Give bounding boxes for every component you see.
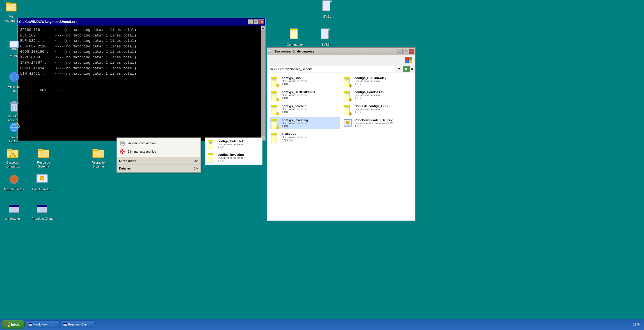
cmd-window[interactable]: C:\ C:\WINDOWS\system32\cmd.exe _ □ ✕ SP… bbox=[17, 18, 266, 141]
print-action[interactable]: Imprimir este archivo bbox=[117, 139, 200, 147]
taskbar-item-windowsyn[interactable]: windowsyn-... bbox=[26, 320, 60, 328]
start-button[interactable]: Inicio bbox=[1, 320, 25, 329]
file-item-configs-investing[interactable]: configs_Investing Documento de texto 1 K… bbox=[270, 117, 340, 129]
file-icon-configs-bc5 bbox=[271, 76, 280, 85]
cmd-scrollbar[interactable]: ▲ ▼ bbox=[261, 26, 265, 141]
file-item-configs-bloomberg[interactable]: configs_BLOOMBERG Documento de texto 1 K… bbox=[270, 89, 340, 101]
explorer-maximize-btn[interactable]: □ bbox=[403, 49, 408, 54]
otros-sitios-header[interactable]: Otros sitios ≫ bbox=[117, 157, 200, 164]
file-item-configs-bc5-intraday[interactable]: configs_BC5 intraday Documento de texto … bbox=[342, 75, 413, 87]
windowsyn-icon bbox=[7, 202, 21, 216]
svg-rect-79 bbox=[6, 3, 11, 4]
task-panel: Imprimir este archivo Eliminar este arch… bbox=[117, 138, 201, 173]
mis-sitios-label: Mis sitiosred... bbox=[8, 85, 20, 93]
desktop-icon-respaldo-1[interactable]: RespaldoSistema bbox=[32, 146, 55, 169]
ie-icon bbox=[7, 121, 21, 134]
desktop-icon-mis-sitios[interactable]: Mis sitiosred... bbox=[3, 70, 25, 93]
file-icon-copia-configs-bcs bbox=[343, 104, 352, 113]
print-icon bbox=[120, 140, 125, 146]
svg-rect-110 bbox=[7, 149, 12, 151]
svg-rect-95 bbox=[12, 48, 16, 49]
go-button-label: Ir bbox=[411, 67, 413, 71]
desktop-icon-ie[interactable]: Intern...Explo... bbox=[3, 121, 25, 143]
scroll-up-btn[interactable]: ▲ bbox=[261, 26, 265, 30]
file-item-pricedownloader[interactable]: PriceDownloader_Generic Secuencia de com… bbox=[342, 117, 413, 129]
file-item-configs-bc5[interactable]: configs_BC5 Documento de texto 1 KB bbox=[270, 75, 340, 87]
desktop-icon-pricedownloader-desktop[interactable]: PriceDonwlo... bbox=[31, 173, 53, 191]
mis-sitios-icon bbox=[7, 70, 21, 84]
desktop-icon-papelera[interactable]: Papele...recicla... bbox=[3, 100, 25, 122]
detalles-header[interactable]: Detalles ≫ bbox=[117, 165, 200, 172]
otros-sitios-section: Otros sitios ≫ bbox=[117, 157, 200, 165]
file-item-lastprices[interactable]: lastPrices Documento de texto 5792 KB bbox=[270, 131, 340, 143]
file-info-configs-bc5: configs_BC5 Documento de texto 1 KB bbox=[282, 76, 339, 86]
cmd-output: SP500 166 . <---(no matching data: 1 lin… bbox=[18, 26, 265, 141]
premium-icon bbox=[35, 202, 49, 216]
file-item-configs-bolchile[interactable]: configs_bolchile Documento de texto 1 KB bbox=[270, 103, 340, 115]
file-info-configs-investing: configs_Investing Documento de texto 1 K… bbox=[282, 118, 339, 128]
address-dropdown-btn[interactable]: ▼ bbox=[396, 66, 402, 72]
taskbar-item-premium[interactable]: Premium Client bbox=[61, 320, 94, 328]
otros-sitios-chevron: ≫ bbox=[194, 159, 198, 163]
mid-file-icon-2 bbox=[207, 153, 215, 163]
print-label: Imprimir este archivo bbox=[127, 141, 156, 145]
explorer-close-btn[interactable]: ✕ bbox=[409, 49, 414, 54]
svg-rect-118 bbox=[93, 150, 104, 158]
respaldo-1-icon bbox=[37, 146, 50, 159]
file-info-lastprices: lastPrices Documento de texto 5792 KB bbox=[282, 132, 339, 142]
cmd-minimize-btn[interactable]: _ bbox=[248, 19, 253, 24]
desktop-icon-respaldo-2[interactable]: RespaldoSistema bbox=[87, 146, 109, 169]
desktop-icon-mi-pc[interactable]: Mi PC bbox=[3, 39, 25, 58]
svg-rect-34 bbox=[271, 105, 277, 107]
firefox-label: Mozilla Firefox bbox=[4, 187, 24, 191]
pricedownloader-desktop-label: PriceDonwlo... bbox=[32, 187, 52, 191]
mid-file-info-2: configs_Investing Documento de texto 1 K… bbox=[218, 153, 244, 162]
svg-rect-48 bbox=[271, 119, 277, 121]
cmd-close-btn[interactable]: ✕ bbox=[259, 19, 264, 24]
mid-file-investing[interactable]: configs_Investing Documento de texto 1 K… bbox=[205, 151, 262, 165]
explorer-titlebar: 🔄 Sincronización de carpetas _ □ ✕ bbox=[267, 48, 415, 55]
delete-icon bbox=[120, 149, 125, 154]
firefox-icon bbox=[7, 173, 21, 186]
start-windows-logo bbox=[5, 322, 10, 327]
mis-documentos-icon bbox=[4, 0, 18, 13]
explorer-title-icon: 🔄 bbox=[268, 49, 273, 53]
desktop-icon-windowsyn[interactable]: windowsyn-... bbox=[3, 202, 25, 221]
desktop-icon-comentario[interactable]: Comentario bbox=[284, 28, 306, 47]
explorer-minimize-btn[interactable]: _ bbox=[398, 49, 403, 54]
sys1-label: SYS1 bbox=[323, 15, 331, 19]
explorer-window[interactable]: 🔄 Sincronización de carpetas _ □ ✕ ▼ bbox=[267, 47, 415, 221]
explorer-address-bar: ▼ Ir bbox=[267, 65, 415, 73]
file-info-configs-bloomberg: configs_BLOOMBERG Documento de texto 1 K… bbox=[282, 90, 339, 100]
detalles-label: Detalles bbox=[119, 167, 131, 170]
file-item-configs-fondosafp[interactable]: configs_FondosAfp Documento de texto 1 K… bbox=[342, 89, 413, 101]
file-info-copia-configs-bcs: Copia de configs_BCS Documento de texto … bbox=[355, 104, 412, 114]
svg-rect-27 bbox=[344, 91, 350, 93]
cmd-maximize-btn[interactable]: □ bbox=[254, 19, 259, 24]
file-item-copia-configs-bcs[interactable]: Copia de configs_BCS Documento de texto … bbox=[342, 103, 413, 115]
carpetas-label: Carpetascomparti... bbox=[5, 161, 20, 169]
cmd-titlebar: C:\ C:\WINDOWS\system32\cmd.exe _ □ ✕ bbox=[18, 18, 265, 26]
desktop-icon-sys3[interactable]: SYS3 bbox=[314, 28, 337, 47]
go-button[interactable] bbox=[403, 66, 410, 72]
file-info-configs-bc5-intraday: configs_BC5 intraday Documento de texto … bbox=[355, 76, 412, 86]
pricedownloader-desktop-icon bbox=[35, 173, 49, 186]
svg-rect-92 bbox=[328, 29, 330, 30]
delete-label: Eliminar este archivo bbox=[127, 150, 156, 153]
file-icon-lastprices bbox=[271, 132, 280, 141]
desktop-icon-firefox[interactable]: Mozilla Firefox bbox=[3, 173, 25, 191]
desktop-icon-carpetas[interactable]: Carpetascomparti... bbox=[1, 146, 24, 169]
otros-sitios-label: Otros sitios bbox=[119, 159, 136, 162]
start-label: Inicio bbox=[11, 322, 20, 327]
mid-file-panel: configs_bolchile2 Documento de texto 1 K… bbox=[205, 138, 262, 165]
premium-label: Premium Client bbox=[31, 217, 52, 221]
explorer-title-area: 🔄 Sincronización de carpetas bbox=[268, 49, 314, 53]
mid-file-bolchile2[interactable]: configs_bolchile2 Documento de texto 1 K… bbox=[205, 138, 262, 151]
cmd-window-controls: _ □ ✕ bbox=[248, 19, 264, 24]
delete-action[interactable]: Eliminar este archivo bbox=[117, 147, 200, 156]
address-input[interactable] bbox=[269, 66, 395, 72]
desktop-icon-sys1[interactable]: SYS1 bbox=[316, 0, 338, 19]
desktop-icon-premium[interactable]: Premium Client bbox=[31, 202, 53, 221]
svg-rect-41 bbox=[344, 105, 350, 107]
desktop-icon-mis-documentos[interactable]: Misdocume... bbox=[0, 0, 22, 23]
